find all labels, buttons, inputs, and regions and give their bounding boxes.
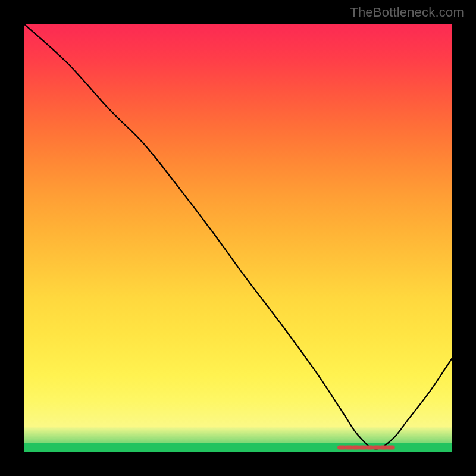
bottleneck-curve [24, 24, 452, 449]
chart-svg [24, 24, 452, 452]
plot-area [24, 24, 452, 452]
chart-frame: TheBottleneck.com [0, 0, 476, 476]
watermark-text: TheBottleneck.com [350, 5, 464, 20]
